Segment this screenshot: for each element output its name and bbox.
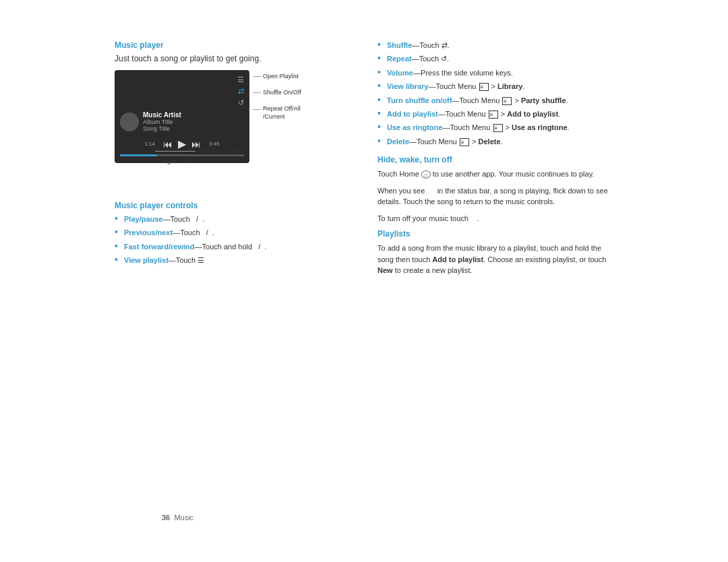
player-repeat-row: ↺ (115, 97, 249, 108)
prev-next-label: Previous/next (124, 228, 173, 237)
callout-open-playlist-label: Open Playlist (263, 73, 299, 80)
album-title: Album Title (143, 119, 181, 125)
playlists-title: Playlists (377, 229, 613, 239)
controls-list: Play/pause—Touch / . Previous/next—Touch… (115, 214, 337, 266)
callout-labels: Open Playlist Shuffle On/Off Repeat Off/… (253, 71, 301, 121)
controls-item-play: Play/pause—Touch / . (115, 214, 337, 224)
music-player-title: Music player (115, 40, 337, 50)
player-artist-section: Music Artist Album Title Song Title (115, 108, 249, 135)
callout-total-song-time: Total Song Time (155, 148, 241, 154)
left-column: Music player Just touch a song or playli… (115, 40, 357, 270)
page-section: Music (174, 513, 193, 522)
right-item-delete: Delete—Touch Menu > Delete. (377, 137, 613, 147)
player-info: Music Artist Album Title Song Title (143, 111, 181, 132)
playlist-icon: ☰ (237, 75, 244, 84)
right-item-repeat: Repeat—Touch ↺. (377, 54, 613, 64)
callout-repeat: Repeat Off/All /Current (253, 105, 301, 121)
menu-icon-add (489, 111, 498, 119)
view-playlist-label: View playlist (124, 256, 169, 264)
callout-shuffle: Shuffle On/Off (253, 89, 301, 96)
right-bullets: Shuffle—Touch ⇄. Repeat—Touch ↺. Volume—… (377, 40, 613, 147)
song-title: Song Title (143, 125, 181, 132)
ffwd-label: Fast forward/rewind (124, 243, 195, 251)
right-column: Shuffle—Touch ⇄. Repeat—Touch ↺. Volume—… (357, 40, 613, 282)
playlists-body: To add a song from the music library to … (377, 243, 613, 276)
right-item-ringtone: Use as ringtone—Touch Menu > Use as ring… (377, 123, 613, 133)
menu-icon-library (479, 83, 489, 91)
player-top-bar: ☰ (115, 74, 249, 86)
repeat-icon: ↺ (238, 98, 244, 107)
menu-icon-delete (460, 138, 469, 146)
time-total: 3:45 (209, 141, 220, 147)
callout-shuffle-label: Shuffle On/Off (263, 89, 301, 96)
callout-progress-bar: Progress Bar (158, 156, 241, 165)
time-current: 1:14 (144, 141, 155, 147)
progress-fill (120, 154, 157, 156)
right-item-view-library: View library—Touch Menu > Library. (377, 82, 613, 92)
controls-section: Music player controls Play/pause—Touch /… (115, 201, 337, 266)
progress-bar-label: Progress Bar (158, 158, 193, 164)
right-item-add-playlist: Add to playlist—Touch Menu > Add to play… (377, 109, 613, 119)
total-song-time-label: Total Song Time (198, 148, 241, 154)
hide-body-3: To turn off your music touch . (377, 213, 613, 224)
right-item-shuffle: Shuffle—Touch ⇄. (377, 40, 613, 51)
controls-item-prev-next: Previous/next—Touch / . (115, 228, 337, 238)
callout-bottom-labels: Total Song Time Progress Bar (155, 148, 241, 165)
intro-text: Just touch a song or playlist to get goi… (115, 54, 337, 63)
player-avatar (120, 113, 139, 131)
play-label: Play/pause (124, 215, 162, 223)
player-shuffle-row: ⇄ (115, 86, 249, 97)
menu-icon-shuffle (502, 97, 512, 105)
hide-body-2: When you see in the status bar, a song i… (377, 185, 613, 208)
controls-item-view-playlist: View playlist—Touch ☰ (115, 255, 337, 266)
page-number: 36 (162, 513, 170, 522)
menu-icon-ringtone (493, 124, 503, 132)
right-item-volume: Volume—Press the side volume keys. (377, 68, 613, 78)
controls-title: Music player controls (115, 201, 337, 210)
hide-section-title: Hide, wake, turn off (377, 155, 613, 164)
callout-repeat-label: Repeat Off/All /Current (263, 105, 301, 121)
page-footer: 36 Music (162, 513, 193, 522)
controls-item-ffwd: Fast forward/rewind—Touch and hold / . (115, 242, 337, 252)
home-icon: ⌂ (421, 170, 431, 179)
shuffle-on-icon: ⇄ (238, 87, 244, 96)
right-item-turn-shuffle: Turn shuffle on/off—Touch Menu > Party s… (377, 96, 613, 106)
callout-open-playlist: Open Playlist (253, 73, 301, 80)
artist-name: Music Artist (143, 111, 181, 119)
player-wrapper: ☰ ⇄ ↺ Music Artist Album Title Song Titl… (115, 70, 337, 167)
hide-body-1: Touch Home ⌂ to use another app. Your mu… (377, 168, 613, 180)
